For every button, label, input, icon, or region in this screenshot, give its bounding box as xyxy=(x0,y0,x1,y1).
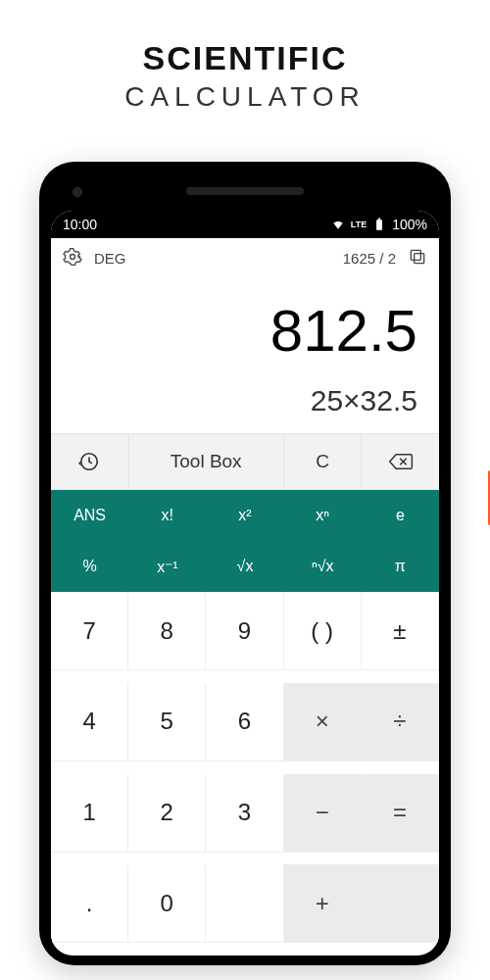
promo-title-2: CALCULATOR xyxy=(0,81,490,113)
gear-icon xyxy=(63,247,82,267)
svg-rect-4 xyxy=(411,250,420,260)
clear-button[interactable]: C xyxy=(284,434,363,489)
promo-title-1: SCIENTIFIC xyxy=(0,39,490,77)
key-blank-2 xyxy=(362,864,439,943)
key-0[interactable]: 0 xyxy=(128,864,206,943)
svg-rect-0 xyxy=(376,220,382,230)
e-button[interactable]: e xyxy=(362,490,439,541)
key-8[interactable]: 8 xyxy=(128,592,206,670)
scientific-row: ANS x! x² xⁿ e % x⁻¹ √x ⁿ√x π xyxy=(51,490,439,592)
wifi-icon xyxy=(331,218,345,231)
key-minus[interactable]: − xyxy=(284,774,362,853)
sqrt-button[interactable]: √x xyxy=(206,541,283,592)
history-button[interactable] xyxy=(51,434,129,489)
nth-root-button[interactable]: ⁿ√x xyxy=(284,541,362,592)
battery-icon xyxy=(372,218,386,231)
key-plusminus[interactable]: ± xyxy=(362,592,439,670)
settings-button[interactable] xyxy=(63,247,82,270)
key-9[interactable]: 9 xyxy=(206,592,283,670)
key-divide[interactable]: ÷ xyxy=(362,683,439,761)
screen: 10:00 LTE 100% DEG 1625 / 2 812.5 25×32.… xyxy=(51,211,439,956)
key-dot[interactable]: . xyxy=(51,864,128,943)
key-4[interactable]: 4 xyxy=(51,683,128,761)
key-3[interactable]: 3 xyxy=(206,774,283,853)
toolbox-button[interactable]: Tool Box xyxy=(129,434,284,489)
history-icon xyxy=(78,451,100,472)
square-button[interactable]: x² xyxy=(206,490,283,541)
utility-row: Tool Box C xyxy=(51,433,439,490)
app-top-row: DEG 1625 / 2 xyxy=(51,238,439,277)
camera-dot xyxy=(73,187,82,197)
key-5[interactable]: 5 xyxy=(128,683,206,761)
key-7[interactable]: 7 xyxy=(51,592,128,670)
fraction-display: 1625 / 2 xyxy=(343,250,396,267)
numpad: 7 8 9 ( ) ± 4 5 6 × ÷ 1 2 3 − = . 0 + xyxy=(51,592,439,956)
phone-frame: 10:00 LTE 100% DEG 1625 / 2 812.5 25×32.… xyxy=(39,162,451,965)
key-6[interactable]: 6 xyxy=(206,683,283,761)
key-parens[interactable]: ( ) xyxy=(284,592,362,670)
percent-button[interactable]: % xyxy=(51,541,128,592)
status-bar: 10:00 LTE 100% xyxy=(51,211,439,238)
pi-button[interactable]: π xyxy=(362,541,439,592)
speaker-slot xyxy=(186,187,304,195)
copy-icon xyxy=(408,247,427,267)
inverse-button[interactable]: x⁻¹ xyxy=(128,541,206,592)
key-plus[interactable]: + xyxy=(284,864,362,943)
svg-rect-1 xyxy=(378,219,380,220)
key-blank-1 xyxy=(206,864,283,943)
expression-value: 25×32.5 xyxy=(73,384,417,417)
key-2[interactable]: 2 xyxy=(128,774,206,853)
lte-label: LTE xyxy=(351,220,367,229)
backspace-icon xyxy=(388,452,414,471)
factorial-button[interactable]: x! xyxy=(128,490,206,541)
status-time: 10:00 xyxy=(63,217,97,232)
key-1[interactable]: 1 xyxy=(51,774,128,853)
angle-mode[interactable]: DEG xyxy=(94,250,126,267)
svg-rect-3 xyxy=(415,253,424,263)
key-multiply[interactable]: × xyxy=(284,683,362,761)
backspace-button[interactable] xyxy=(362,434,439,489)
promo-header: SCIENTIFIC CALCULATOR xyxy=(0,0,490,142)
status-right: LTE 100% xyxy=(331,217,427,232)
calc-display: 812.5 25×32.5 xyxy=(51,277,439,433)
svg-point-2 xyxy=(71,254,75,259)
result-value: 812.5 xyxy=(73,297,417,365)
ans-button[interactable]: ANS xyxy=(51,490,128,541)
key-equals[interactable]: = xyxy=(362,774,439,853)
copy-button[interactable] xyxy=(408,247,427,270)
power-button[interactable]: xⁿ xyxy=(284,490,362,541)
battery-label: 100% xyxy=(392,217,427,232)
